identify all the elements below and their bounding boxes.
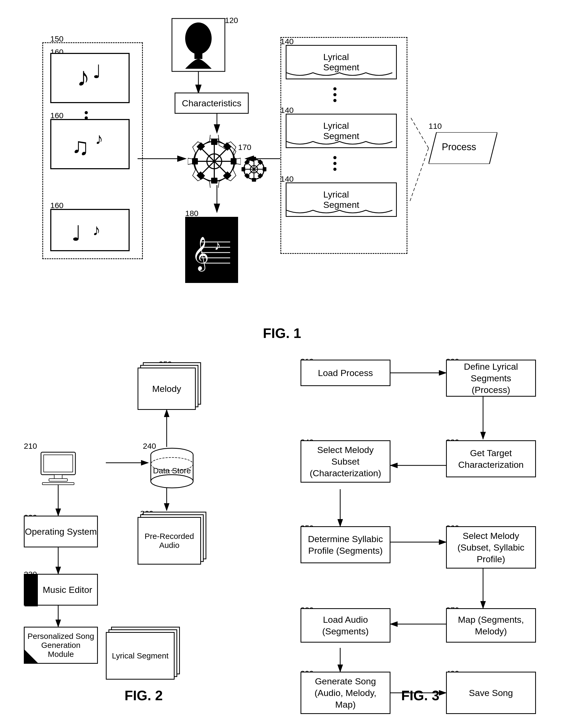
select-melody-label: Select Melody (Subset, Syllabic Profile) <box>457 530 524 565</box>
svg-point-7 <box>185 22 212 54</box>
determine-syllabic-box: Determine Syllabic Profile (Segments) <box>301 526 391 563</box>
svg-rect-61 <box>41 452 75 475</box>
music-frame-3: ♩ ♪ <box>50 209 130 251</box>
personalized-song-box: Personalized Song Generation Module <box>24 627 98 664</box>
define-lyrical-box: Define Lyrical Segments (Process) <box>446 360 536 397</box>
lyrical-segment-1: LyricalSegment <box>286 45 397 79</box>
fig3-diagram: 310 Load Process 320 Define Lyrical Segm… <box>293 346 548 685</box>
ref-120: 120 <box>225 16 238 25</box>
fig2-label: FIG. 2 <box>16 688 271 703</box>
fig1-diagram: 120 130 Characteristics 150 160 ♪ ♩ 160 <box>16 11 548 315</box>
generate-song-label: Generate Song (Audio, Melody, Map) <box>315 675 377 711</box>
define-lyrical-label: Define Lyrical Segments (Process) <box>464 361 518 396</box>
operating-system-box: Operating System <box>24 516 98 547</box>
fig1-label: FIG. 1 <box>16 325 548 341</box>
svg-point-70 <box>151 475 193 488</box>
lyrical-segment-270-label: Lyrical Segment <box>112 651 168 660</box>
svg-text:♪: ♪ <box>214 238 221 253</box>
melody-250: Melody <box>137 362 196 410</box>
lyrical-segment-2: LyricalSegment <box>286 114 397 148</box>
ref-140c: 140 <box>280 175 294 184</box>
get-target-box: Get Target Characterization <box>446 440 536 477</box>
svg-rect-64 <box>49 479 67 481</box>
svg-rect-65 <box>42 483 74 485</box>
get-target-label: Get Target Characterization <box>458 447 524 470</box>
process-110: Process <box>429 132 497 164</box>
load-process-box: Load Process <box>301 360 391 386</box>
ref-160c: 160 <box>50 201 63 210</box>
save-song-label: Save Song <box>469 687 513 699</box>
svg-text:♪: ♪ <box>77 62 90 91</box>
music-editor-box: Music Editor <box>24 574 98 606</box>
data-store-240: Data Store <box>145 447 198 489</box>
load-audio-box: Load Audio (Segments) <box>301 608 391 643</box>
svg-line-53 <box>410 148 429 201</box>
svg-rect-8 <box>194 52 202 59</box>
ref-180: 180 <box>185 209 198 218</box>
music-editor-label: Music Editor <box>43 585 92 595</box>
lyrical-segment-3: LyricalSegment <box>286 182 397 217</box>
select-melody-subset-box: Select Melody Subset (Characterization) <box>301 440 391 483</box>
ref-140a: 140 <box>280 37 294 46</box>
generate-song-box: Generate Song (Audio, Melody, Map) <box>301 672 391 714</box>
computer-210 <box>32 447 85 489</box>
operating-system-label: Operating System <box>25 526 97 537</box>
dots-lyrical-1 <box>333 87 337 102</box>
svg-text:♪: ♪ <box>93 221 100 239</box>
save-song-box: Save Song <box>446 672 536 714</box>
svg-rect-32 <box>252 178 256 182</box>
svg-rect-31 <box>252 157 256 161</box>
music-sheet-180: 𝄞 ♪ <box>185 217 238 283</box>
svg-text:♫: ♫ <box>71 133 89 160</box>
svg-text:♪: ♪ <box>95 130 103 148</box>
fig2-diagram: 210 220 Operating System 230 Music <box>16 346 271 685</box>
characteristics-label: Characteristics <box>182 97 241 109</box>
head-figure <box>172 19 225 71</box>
ref-160b: 160 <box>50 111 63 120</box>
svg-rect-33 <box>241 167 245 171</box>
ref-150: 150 <box>50 34 63 43</box>
melody-label: Melody <box>152 384 181 394</box>
pre-recorded-260: Pre-Recorded Audio <box>137 512 201 565</box>
svg-rect-34 <box>263 167 266 171</box>
select-melody-box: Select Melody (Subset, Syllabic Profile) <box>446 526 536 569</box>
svg-text:𝄞: 𝄞 <box>192 237 209 272</box>
svg-text:Process: Process <box>442 141 476 152</box>
svg-line-52 <box>410 116 429 148</box>
gear-small <box>238 153 270 185</box>
fig23-row: 210 220 Operating System 230 Music <box>16 346 548 685</box>
select-melody-subset-label: Select Melody Subset (Characterization) <box>310 444 381 479</box>
svg-text:♩: ♩ <box>93 61 101 82</box>
ref-110: 110 <box>429 122 442 131</box>
ref-140b: 140 <box>280 106 294 115</box>
svg-text:♩: ♩ <box>71 222 81 245</box>
lyrical-segment-270: Lyrical Segment <box>106 627 174 680</box>
determine-syllabic-label: Determine Syllabic Profile (Segments) <box>308 533 383 556</box>
dots-lyrical-2 <box>333 156 337 171</box>
gear-large <box>185 132 243 190</box>
svg-rect-63 <box>54 475 62 479</box>
characteristics-box: Characteristics <box>174 93 249 114</box>
music-frame-1: ♪ ♩ <box>50 53 130 103</box>
map-segments-box: Map (Segments, Melody) <box>446 608 536 643</box>
map-segments-label: Map (Segments, Melody) <box>458 614 524 637</box>
svg-text:Data Store: Data Store <box>153 466 191 475</box>
music-frame-2: ♫ ♪ <box>50 119 130 169</box>
load-audio-label: Load Audio (Segments) <box>322 614 369 637</box>
load-process-label: Load Process <box>318 367 373 379</box>
pre-recorded-label: Pre-Recorded Audio <box>141 532 197 550</box>
